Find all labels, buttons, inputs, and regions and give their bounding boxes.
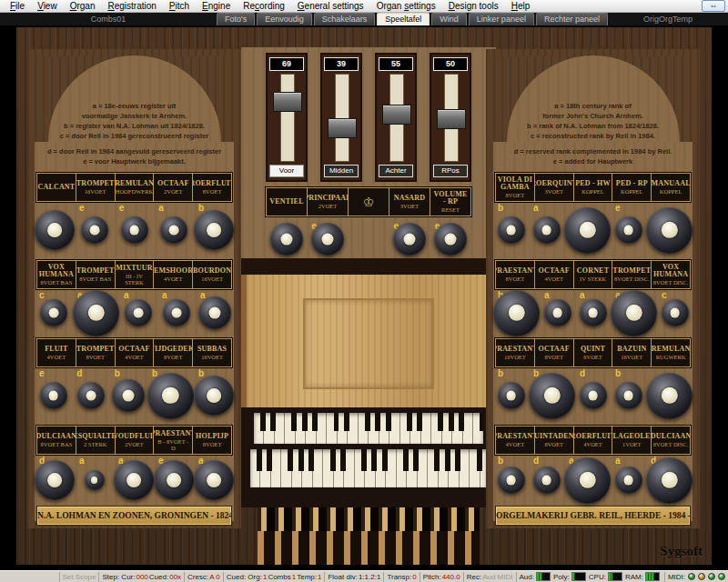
menu-organ-settings[interactable]: Organ settings [370, 0, 442, 12]
status-crescendo: Cresc: A 0 [184, 572, 223, 582]
stop-knob-dulciaan[interactable] [35, 460, 75, 500]
stop-knob-sesquialter[interactable] [85, 470, 105, 490]
stop-knob-ventiel[interactable] [270, 223, 303, 256]
legend-line: former John's Church Arnhem. [507, 111, 680, 121]
stop-label-fluit: FLUIT4VOET [37, 339, 76, 366]
stop-knob-gemshoorn[interactable] [163, 299, 190, 326]
status-bar: Set ScopeStep: Cur:000 Cued:00xCresc: A … [0, 570, 728, 582]
stop-knob-praestant[interactable] [154, 460, 194, 500]
stop-knob-manuaal[interactable] [646, 207, 693, 254]
stop-knob-trompet[interactable] [611, 290, 657, 336]
slider-label: RPos [433, 165, 468, 177]
menu-organ[interactable]: Organ [64, 0, 102, 12]
menu-registration[interactable]: Registration [101, 0, 162, 12]
stop-letter: d [533, 456, 539, 466]
tab-speeltafel[interactable]: Speeltafel [377, 13, 430, 25]
slider-track[interactable] [433, 74, 468, 162]
status-step: Step: Cur:000 Cued:00x [98, 572, 184, 582]
menu-view[interactable]: View [31, 0, 64, 12]
stop-letter: a [533, 203, 539, 213]
stop-knob-nasard[interactable] [393, 223, 426, 256]
menu-pitch[interactable]: Pitch [163, 0, 196, 12]
stop-knob-viola-di-gamba[interactable] [498, 216, 525, 244]
menu-general-settings[interactable]: General settings [291, 0, 370, 12]
stop-knob-holpijp[interactable] [194, 460, 234, 500]
status-set-scope: Set Scope [59, 572, 99, 582]
slider-value: 69 [269, 57, 304, 71]
stop-knob-praestant[interactable] [498, 467, 525, 494]
stop-knob-cornet[interactable] [580, 299, 607, 326]
tab-rechter-paneel[interactable]: Rechter paneel [536, 13, 608, 25]
stop-label-dulciaan: DULCIAAN8VOET BAS [37, 426, 76, 454]
slider-handle[interactable] [328, 118, 357, 138]
slider-track[interactable] [269, 74, 304, 162]
tab-linker-paneel[interactable]: Linker paneel [469, 13, 534, 25]
right-jamb-knobs-2: baaac [493, 289, 693, 336]
stop-knob-subbas[interactable] [194, 376, 234, 416]
stop-knob-quintadena[interactable] [533, 467, 561, 494]
slider-handle[interactable] [382, 105, 411, 125]
upper-manual-keys[interactable] [254, 413, 483, 444]
stop-knob-praestant[interactable] [498, 382, 525, 409]
stop-knob-woudfluit[interactable] [114, 460, 154, 500]
stop-knob-vox-humana[interactable] [662, 299, 689, 326]
slider-handle[interactable] [273, 92, 302, 112]
pedalboard[interactable] [258, 507, 480, 565]
tab-eenvoudig[interactable]: Eenvoudig [257, 13, 312, 25]
stop-label-praestant: PRAESTANTB - 8VOET - D [154, 426, 193, 454]
slider-value: 39 [324, 57, 359, 71]
stop-knob-tremulant[interactable] [121, 216, 148, 244]
stop-label-octaaf: OCTAAF4VOET [535, 261, 574, 288]
slider-label: Midden [324, 165, 359, 177]
slider-track[interactable] [379, 74, 413, 162]
tab-foto-s[interactable]: Foto's [217, 13, 255, 25]
stop-knob-octaaf[interactable] [529, 373, 575, 419]
stop-knob-ped-rp[interactable] [615, 216, 642, 244]
stop-knob-dulciaan[interactable] [646, 457, 693, 504]
stop-knob-roerfluit[interactable] [194, 210, 234, 250]
stop-knob-bazuin[interactable] [615, 382, 642, 409]
stop-knob-calcant[interactable] [35, 210, 75, 250]
tab-wind[interactable]: Wind [431, 13, 467, 25]
slider-label: Voor [269, 165, 304, 177]
stop-knob-quint[interactable] [580, 382, 607, 409]
stop-knob-bourdon[interactable] [198, 296, 231, 329]
stop-knob-vox-humana[interactable] [40, 299, 67, 326]
tab-schakelaars[interactable]: Schakelaars [314, 13, 376, 25]
right-jamb-legend-base: d = reserved rank complemented in 1984 b… [493, 142, 693, 171]
stop-letter: b [498, 203, 503, 213]
menu-file[interactable]: File [4, 0, 31, 12]
stop-knob-volume-rp[interactable] [434, 223, 467, 256]
stop-knob-roerquint[interactable] [533, 216, 561, 244]
stop-knob-octaaf[interactable] [112, 379, 145, 412]
menu-design-tools[interactable]: Design tools [442, 0, 505, 12]
stop-knob-flageolet[interactable] [615, 467, 642, 494]
stop-knob-trompet[interactable] [77, 382, 105, 409]
stop-knob-praestant[interactable] [493, 290, 540, 336]
legend-line: d = door Reil in 1984 aangevuld gereserv… [35, 146, 234, 156]
stop-knob-ped-hw[interactable] [564, 207, 611, 254]
midi-led-1 [688, 573, 695, 580]
stop-knob-octaaf[interactable] [160, 216, 187, 244]
stop-knob-trompet[interactable] [73, 290, 119, 336]
stop-label-trompet: TROMPET8VOET DISC. [612, 261, 652, 288]
stop-knob-wijdgedekt[interactable] [147, 373, 194, 419]
menu-engine[interactable]: Engine [196, 0, 237, 12]
stop-knob-roerfluit[interactable] [564, 457, 611, 504]
menu-help[interactable]: Help [505, 0, 537, 12]
stop-knob-tremulant[interactable] [646, 373, 693, 419]
stop-knob-fluit[interactable] [40, 382, 67, 409]
stop-knob-principaal[interactable] [311, 223, 344, 256]
float-window-button[interactable]: ⇔ [702, 0, 725, 12]
stop-knob-mixtuur[interactable] [125, 299, 152, 326]
slider-track[interactable] [324, 74, 359, 162]
slider-handle[interactable] [437, 109, 466, 129]
stop-knob-trompet[interactable] [81, 216, 108, 244]
stop-knob-octaaf[interactable] [544, 299, 571, 326]
lower-manual-keys[interactable] [250, 449, 487, 487]
stop-label-roerquint: ROERQUINT3VOET [535, 174, 574, 201]
left-jamb-builder-plaque: N.A. LOHMAN EN ZOONEN, GRONINGEN - 1824 … [36, 506, 232, 526]
menu-recording[interactable]: Recording [237, 0, 291, 12]
legend-line: d = reserved rank complemented in 1984 b… [493, 146, 693, 156]
meter-aud [536, 572, 551, 581]
